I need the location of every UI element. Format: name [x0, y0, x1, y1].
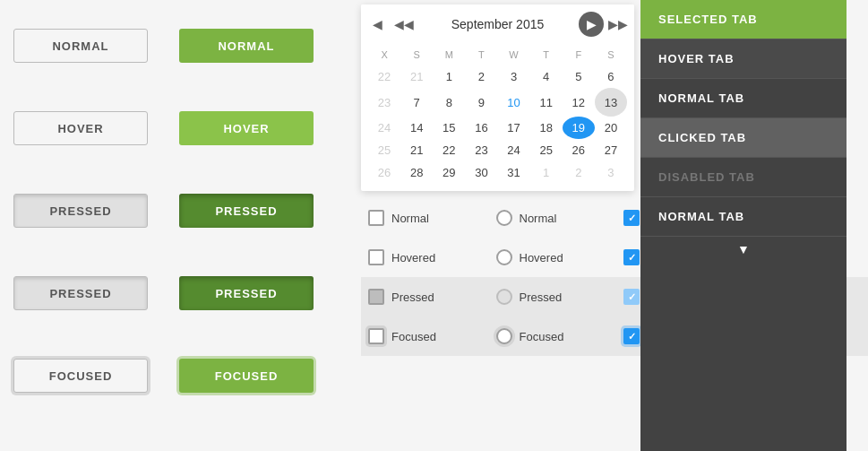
week-num: 22: [368, 65, 400, 88]
cal-day[interactable]: 28: [400, 161, 433, 184]
cal-next-month-button[interactable]: ▶: [579, 12, 604, 37]
outlined-buttons-column: NORMAL HOVER PRESSED PRESSED FOCUSED: [13, 4, 175, 417]
cal-day[interactable]: 31: [498, 161, 530, 184]
col-header-m: M: [433, 44, 465, 65]
green-pressed2-button[interactable]: PRESSED: [179, 276, 314, 310]
cal-day[interactable]: 12: [563, 88, 595, 117]
outlined-pressed-button[interactable]: PRESSED: [13, 194, 148, 228]
btn-slot-3: PRESSED: [13, 169, 175, 252]
cal-day[interactable]: 14: [400, 117, 433, 139]
cal-day[interactable]: 2: [563, 161, 595, 184]
rb-pressed-item: Pressed: [489, 277, 617, 317]
cal-day[interactable]: 30: [465, 161, 497, 184]
col-header-s2: S: [595, 44, 627, 65]
cal-day[interactable]: 29: [433, 161, 465, 184]
cal-prev-year-button[interactable]: ◀: [365, 12, 390, 37]
tab-clicked[interactable]: CLICKED TAB: [640, 118, 847, 158]
cal-day[interactable]: 11: [530, 88, 563, 117]
outlined-hover-button[interactable]: HOVER: [13, 111, 148, 145]
cal-day-selected[interactable]: 19: [563, 117, 595, 139]
green-focused-button[interactable]: FOCUSED: [179, 359, 314, 393]
cal-prev-month-button[interactable]: ◀◀: [391, 12, 417, 37]
rb-hovered[interactable]: [496, 249, 512, 265]
cal-week-25: 25 21 22 23 24 25 26 27: [368, 139, 627, 161]
col-header-t2: T: [530, 44, 563, 65]
cb-focused-label: Focused: [391, 330, 436, 343]
outlined-pressed2-button[interactable]: PRESSED: [13, 276, 148, 310]
green-btn-slot-5: FOCUSED: [179, 334, 340, 417]
cal-day[interactable]: 5: [563, 65, 595, 88]
cbon-hovered[interactable]: [623, 249, 640, 265]
tab-more-button[interactable]: ▼: [640, 237, 847, 262]
week-num: 24: [368, 117, 400, 139]
col-header-s1: S: [400, 44, 433, 65]
cal-day[interactable]: 3: [498, 65, 530, 88]
cal-day[interactable]: 16: [465, 117, 497, 139]
cb-normal-item: Normal: [361, 198, 489, 238]
cal-day[interactable]: 9: [465, 88, 497, 117]
green-btn-slot-4: PRESSED: [179, 252, 340, 334]
week-num: 26: [368, 161, 400, 184]
outlined-normal-button[interactable]: NORMAL: [13, 29, 148, 63]
rb-pressed[interactable]: [496, 289, 512, 305]
calendar-header: ◀ ◀◀ September 2015 ▶ ▶▶: [361, 4, 634, 44]
cal-day-today[interactable]: 10: [498, 88, 530, 117]
cb-normal[interactable]: [368, 210, 384, 226]
cal-week-24: 24 14 15 16 17 18 19 20: [368, 117, 627, 139]
rb-normal[interactable]: [496, 210, 512, 226]
cal-day[interactable]: 18: [530, 117, 563, 139]
col-header-w: W: [498, 44, 530, 65]
btn-slot-2: HOVER: [13, 87, 175, 169]
cal-day-highlighted[interactable]: 13: [595, 88, 627, 117]
cbon-focused[interactable]: [623, 328, 640, 344]
tab-normal-1[interactable]: NORMAL TAB: [640, 79, 847, 118]
green-btn-slot-2: HOVER: [179, 87, 340, 169]
rb-hovered-label: Hovered: [520, 251, 563, 265]
cal-day[interactable]: 21: [400, 65, 433, 88]
cal-day[interactable]: 17: [498, 117, 530, 139]
cal-day[interactable]: 26: [563, 139, 595, 161]
rb-focused[interactable]: [496, 328, 512, 344]
cal-day[interactable]: 27: [595, 139, 627, 161]
cal-day[interactable]: 24: [498, 139, 530, 161]
cal-day[interactable]: 6: [595, 65, 627, 88]
rb-normal-item: Normal: [489, 198, 617, 238]
outlined-focused-button[interactable]: FOCUSED: [13, 359, 148, 393]
cal-day[interactable]: 22: [433, 139, 465, 161]
cal-day[interactable]: 7: [400, 88, 433, 117]
cal-day[interactable]: 21: [400, 139, 433, 161]
cbon-pressed[interactable]: [623, 289, 640, 305]
cal-day[interactable]: 2: [465, 65, 497, 88]
cal-day[interactable]: 20: [595, 117, 627, 139]
cb-hovered-label: Hovered: [391, 251, 435, 265]
cal-day[interactable]: 8: [433, 88, 465, 117]
cal-week-23: 23 7 8 9 10 11 12 13: [368, 88, 627, 117]
btn-slot-4: PRESSED: [13, 252, 175, 334]
cb-hovered[interactable]: [368, 249, 384, 265]
cal-day[interactable]: 1: [433, 65, 465, 88]
green-normal-button[interactable]: NORMAL: [179, 29, 314, 63]
calendar-section: ◀ ◀◀ September 2015 ▶ ▶▶ X S M T W T: [354, 0, 640, 451]
rb-pressed-label: Pressed: [520, 291, 563, 304]
cb-focused[interactable]: [368, 328, 384, 344]
cal-day[interactable]: 3: [595, 161, 627, 184]
cal-day[interactable]: 15: [433, 117, 465, 139]
green-pressed-button[interactable]: PRESSED: [179, 194, 314, 228]
tab-selected[interactable]: SELECTED TAB: [640, 0, 847, 39]
cal-day[interactable]: 23: [465, 139, 497, 161]
cal-day[interactable]: 1: [530, 161, 563, 184]
cal-day[interactable]: 4: [530, 65, 563, 88]
cal-next-year-button[interactable]: ▶▶: [606, 12, 631, 37]
unchecked-radios-column: Normal Hovered Pressed Focused: [489, 198, 617, 356]
green-hover-button[interactable]: HOVER: [179, 111, 314, 145]
calendar-widget: ◀ ◀◀ September 2015 ▶ ▶▶ X S M T W T: [361, 4, 634, 191]
week-num: 23: [368, 88, 400, 117]
cal-day[interactable]: 25: [530, 139, 563, 161]
tabs-panel: SELECTED TAB HOVER TAB NORMAL TAB CLICKE…: [640, 0, 847, 451]
tab-hover[interactable]: HOVER TAB: [640, 39, 847, 79]
cb-pressed[interactable]: [368, 289, 384, 305]
cbon-normal[interactable]: [623, 210, 640, 226]
tab-normal-2[interactable]: NORMAL TAB: [640, 197, 847, 237]
buttons-container: NORMAL HOVER PRESSED PRESSED FOCUSED NO: [0, 0, 354, 421]
tab-disabled: DISABLED TAB: [640, 158, 847, 197]
